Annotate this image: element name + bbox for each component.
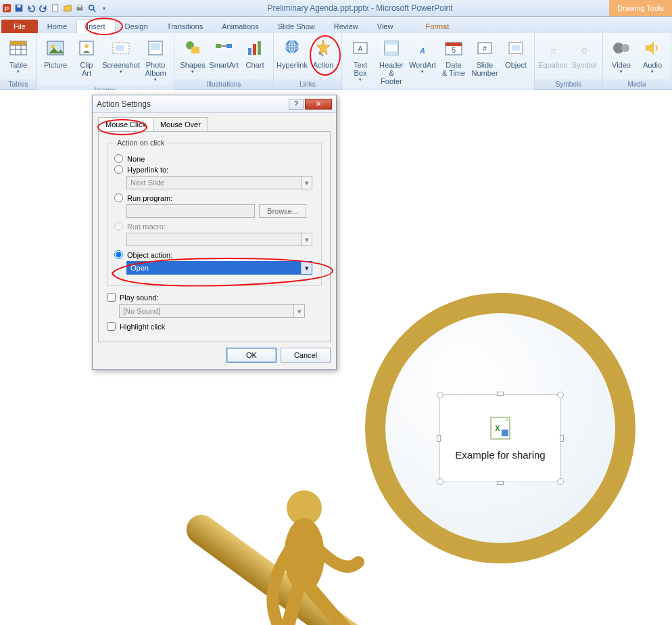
ribbon-group-illustrations: Shapes▾ SmartArt Chart Illustrations (174, 33, 274, 89)
label-objectaction[interactable]: Object action: (127, 251, 172, 259)
preview-icon[interactable] (87, 3, 97, 14)
svg-rect-14 (10, 41, 26, 45)
label-highlight[interactable]: Highlight click (120, 323, 165, 331)
checkbox-playsound[interactable] (107, 293, 116, 302)
resize-handle[interactable] (437, 435, 441, 442)
label-none[interactable]: None (127, 155, 145, 163)
qat-dropdown-icon[interactable]: ▾ (99, 3, 110, 14)
screenshot-icon (110, 37, 132, 59)
hyperlink-button[interactable]: Hyperlink (277, 36, 308, 78)
dialog-titlebar[interactable]: Action Settings ? ✕ (93, 95, 336, 113)
smartart-button[interactable]: SmartArt (208, 36, 239, 78)
chevron-down-icon: ▾ (154, 77, 157, 83)
resize-handle[interactable] (560, 435, 564, 442)
wordart-button[interactable]: AWordArt▾ (407, 36, 438, 87)
picture-button[interactable]: Picture (40, 36, 71, 84)
label-runprogram[interactable]: Run program: (127, 194, 172, 202)
powerpoint-icon: P (1, 3, 12, 14)
embedded-object[interactable]: X Example for sharing (439, 394, 561, 482)
datetime-label: Date & Time (442, 61, 465, 77)
symbol-icon: Ω (573, 37, 595, 59)
datetime-button[interactable]: 5Date & Time (438, 36, 469, 87)
video-button[interactable]: Video▾ (606, 36, 637, 78)
radio-hyperlink[interactable] (114, 165, 123, 174)
table-button[interactable]: Table▾ (3, 36, 34, 78)
radio-runprogram[interactable] (114, 193, 123, 202)
objectaction-combo[interactable]: Open▾ (126, 261, 312, 275)
resize-handle[interactable] (557, 392, 564, 398)
new-icon[interactable] (50, 3, 61, 14)
radio-runmacro (114, 222, 123, 231)
slidenumber-icon: # (474, 37, 496, 59)
tab-transitions[interactable]: Transitions (158, 20, 212, 33)
tab-animations[interactable]: Animations (212, 20, 268, 33)
cancel-button[interactable]: Cancel (281, 348, 331, 363)
menu-tab-bar: File Home Insert Design Transitions Anim… (0, 17, 672, 33)
svg-rect-24 (191, 47, 199, 53)
save-icon[interactable] (14, 3, 24, 14)
shapes-icon (182, 37, 203, 59)
ok-button[interactable]: OK (226, 348, 277, 363)
label-runmacro: Run macro: (127, 223, 166, 231)
radio-none[interactable] (114, 154, 123, 163)
chart-button[interactable]: Chart (239, 36, 270, 78)
screenshot-button[interactable]: Screenshot▾ (102, 36, 140, 84)
help-button[interactable]: ? (289, 99, 304, 110)
headerfooter-button[interactable]: Header & Footer (376, 36, 407, 87)
photoalbum-label: Photo Album (145, 61, 166, 77)
hyperlink-icon (281, 37, 303, 59)
chevron-down-icon[interactable]: ▾ (301, 262, 312, 274)
radio-objectaction[interactable] (114, 250, 123, 259)
svg-rect-20 (116, 45, 124, 51)
tab-mouse-over[interactable]: Mouse Over (153, 117, 208, 132)
tab-home[interactable]: Home (38, 20, 76, 33)
runprogram-field (126, 204, 255, 218)
tab-insert[interactable]: Insert (76, 19, 116, 33)
label-playsound[interactable]: Play sound: (120, 294, 158, 302)
dialog-title-text: Action Settings (97, 99, 287, 109)
svg-text:A: A (419, 47, 425, 55)
tab-review[interactable]: Review (325, 20, 368, 33)
tab-mouse-click[interactable]: Mouse Click (98, 117, 153, 132)
textbox-button[interactable]: AText Box▾ (345, 36, 376, 87)
svg-rect-54 (502, 430, 508, 436)
close-button[interactable]: ✕ (305, 99, 332, 110)
clipart-button[interactable]: Clip Art (71, 36, 102, 84)
tab-design[interactable]: Design (116, 20, 158, 33)
action-button[interactable]: Action (308, 36, 339, 78)
slidenumber-button[interactable]: #Slide Number (469, 36, 500, 87)
tab-slideshow[interactable]: Slide Show (268, 20, 325, 33)
redo-icon[interactable] (38, 3, 49, 14)
checkbox-highlight[interactable] (107, 322, 116, 331)
tab-view[interactable]: View (368, 20, 403, 33)
label-hyperlink[interactable]: Hyperlink to: (127, 166, 168, 174)
resize-handle[interactable] (557, 478, 564, 485)
object-button[interactable]: Object (500, 36, 531, 87)
audio-button[interactable]: Audio▾ (637, 36, 668, 78)
tab-format[interactable]: Format (416, 20, 458, 33)
chevron-down-icon: ▾ (293, 305, 304, 317)
resize-handle[interactable] (497, 481, 504, 485)
undo-icon[interactable] (26, 3, 37, 14)
quick-access-toolbar: P ▾ (0, 3, 111, 14)
ribbon-group-text: AText Box▾ Header & Footer AWordArt▾ 5Da… (342, 33, 535, 89)
resize-handle[interactable] (437, 392, 443, 398)
object-label: Object (505, 61, 527, 69)
slidenumber-label: Slide Number (471, 61, 498, 77)
tab-file[interactable]: File (1, 20, 38, 33)
resize-handle[interactable] (437, 478, 443, 485)
photoalbum-button[interactable]: Photo Album▾ (140, 36, 171, 84)
resize-handle[interactable] (497, 392, 504, 396)
svg-text:π: π (550, 47, 556, 55)
gold-figure-icon (243, 481, 392, 625)
ribbon-group-tables: Table▾ Tables (0, 33, 37, 89)
svg-rect-4 (53, 5, 58, 12)
symbol-label: Symbol (572, 61, 597, 69)
print-icon[interactable] (74, 3, 85, 14)
shapes-button[interactable]: Shapes▾ (177, 36, 208, 78)
wordart-icon: A (412, 37, 433, 59)
embedded-object-label: Example for sharing (455, 448, 545, 462)
textbox-label: Text Box (354, 61, 367, 77)
open-icon[interactable] (62, 3, 73, 14)
table-icon (7, 37, 29, 59)
